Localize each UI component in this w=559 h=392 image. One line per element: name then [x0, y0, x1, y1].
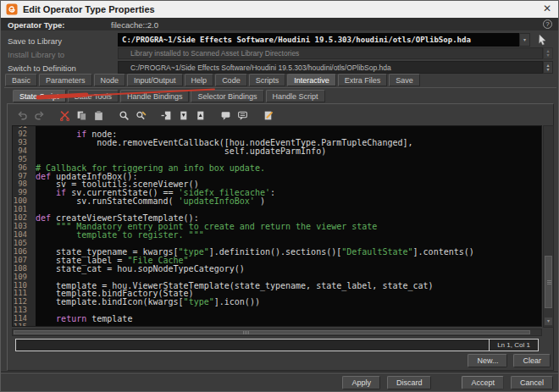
switch-to-definition-select[interactable]: C:/PROGRA~1/Side Effects Software/Houdin…: [118, 61, 543, 74]
tab-node[interactable]: Node: [94, 74, 126, 86]
code-line: 100 sv.runStateCommand( 'updateInfoBox' …: [13, 197, 541, 206]
cut-icon[interactable]: [58, 109, 71, 122]
cancel-button[interactable]: Cancel: [511, 376, 553, 389]
tab-state-tools[interactable]: State Tools: [68, 90, 119, 102]
code-line: 108 state_cat = hou.sopNodeTypeCategory(…: [13, 265, 541, 273]
accept-button[interactable]: Accept: [462, 376, 504, 389]
tab-basic[interactable]: Basic: [5, 74, 37, 86]
editor-command-input[interactable]: [16, 340, 490, 351]
script-buttons-row: New... Clear: [1, 354, 551, 367]
find-replace-icon[interactable]: [135, 109, 147, 122]
panel-divider: [4, 87, 556, 88]
command-line-row: Ln 1, Col 1: [15, 339, 539, 351]
horizontal-scrollbar[interactable]: [12, 329, 542, 336]
tab-code[interactable]: Code: [215, 74, 247, 86]
bottom-separator-highlight: [1, 373, 558, 373]
dialog-action-bar: Apply Discard Accept Cancel: [1, 376, 553, 389]
tab-handle-bindings[interactable]: Handle Bindings: [120, 90, 190, 102]
install-library-stepper-icon: ▴▾: [543, 47, 553, 59]
apply-button[interactable]: Apply: [342, 376, 380, 389]
title-bar[interactable]: Edit Operator Type Properties ✕: [1, 1, 558, 18]
tab-interactive[interactable]: Interactive: [287, 74, 336, 86]
install-library-to-label: Install Library to: [8, 50, 64, 59]
save-to-library-input[interactable]: C:/PROGRA~1/Side Effects Software/Houdin…: [118, 33, 519, 47]
comment-icon[interactable]: [219, 109, 232, 122]
operator-type-label: Operator Type:: [8, 20, 64, 30]
window-title: Edit Operator Type Properties: [23, 4, 155, 14]
paste-icon[interactable]: [92, 109, 105, 122]
help-icon[interactable]: ?: [543, 19, 552, 29]
uncomment-icon[interactable]: [236, 109, 249, 122]
tab-handle-script[interactable]: Handle Script: [266, 90, 325, 102]
close-icon[interactable]: ✕: [543, 3, 551, 14]
undo-icon[interactable]: [16, 109, 29, 122]
save-to-library-label: Save to Library: [8, 36, 62, 46]
tab-extra-files[interactable]: Extra Files: [338, 74, 388, 86]
vertical-scrollbar-thumb[interactable]: [545, 256, 552, 308]
goto-line-icon[interactable]: [160, 109, 173, 122]
switch-to-definition-label: Switch to Definition: [8, 63, 76, 73]
scroll-down-arrow-icon[interactable]: ▾: [545, 317, 552, 325]
external-editor-icon[interactable]: [262, 109, 274, 122]
redo-icon[interactable]: [33, 109, 46, 122]
file-chooser-icon[interactable]: [535, 33, 549, 47]
search-icon[interactable]: [118, 109, 130, 122]
switch-to-definition-stepper-icon[interactable]: ▴▾: [543, 61, 553, 74]
editor-toolbar: [16, 108, 274, 123]
tab-scripts[interactable]: Scripts: [249, 74, 286, 86]
code-line: 115: [13, 323, 541, 327]
next-bookmark-icon[interactable]: [194, 109, 207, 122]
install-library-to-select: Library installed to Scanned Asset Libra…: [118, 47, 543, 59]
line-col-indicator: Ln 1, Col 1: [490, 340, 538, 351]
operator-type-value: filecache::2.0: [111, 20, 158, 30]
save-to-library-dropdown-icon[interactable]: ▾: [519, 33, 530, 47]
tab-help[interactable]: Help: [185, 74, 214, 86]
secondary-tab-bar: State ScriptState ToolsHandle BindingsSe…: [13, 90, 325, 102]
vertical-scrollbar[interactable]: ▾: [543, 125, 554, 328]
operator-type-row: [1, 18, 558, 30]
houdini-logo-icon: [5, 3, 18, 16]
clear-button[interactable]: Clear: [513, 354, 551, 367]
tab-input-output[interactable]: Input/Output: [127, 74, 183, 86]
prev-bookmark-icon[interactable]: [177, 109, 190, 122]
new-button[interactable]: New...: [468, 354, 507, 367]
tab-state-script[interactable]: State Script: [13, 90, 66, 102]
code-line: 104 template to register. """: [13, 231, 541, 240]
copy-icon[interactable]: [75, 109, 88, 122]
code-line: 112 template.bindIcon(kwargs["type"].ico…: [13, 298, 541, 306]
discard-button[interactable]: Discard: [387, 376, 432, 389]
code-editor[interactable]: 91 92 if node:93 node.removeEventCallbac…: [12, 125, 542, 327]
tab-save[interactable]: Save: [389, 74, 420, 86]
tab-parameters[interactable]: Parameters: [39, 74, 92, 86]
primary-tab-bar: BasicParametersNodeInput/OutputHelpCodeS…: [5, 74, 420, 86]
edit-operator-type-properties-dialog: Edit Operator Type Properties ✕ Operator…: [0, 0, 559, 392]
code-line: 94 self.updateParmInfo): [13, 147, 541, 156]
tab-selector-bindings[interactable]: Selector Bindings: [191, 90, 263, 102]
code-line: 114 return template: [13, 315, 541, 323]
horizontal-scrollbar-thumb[interactable]: [14, 330, 530, 334]
